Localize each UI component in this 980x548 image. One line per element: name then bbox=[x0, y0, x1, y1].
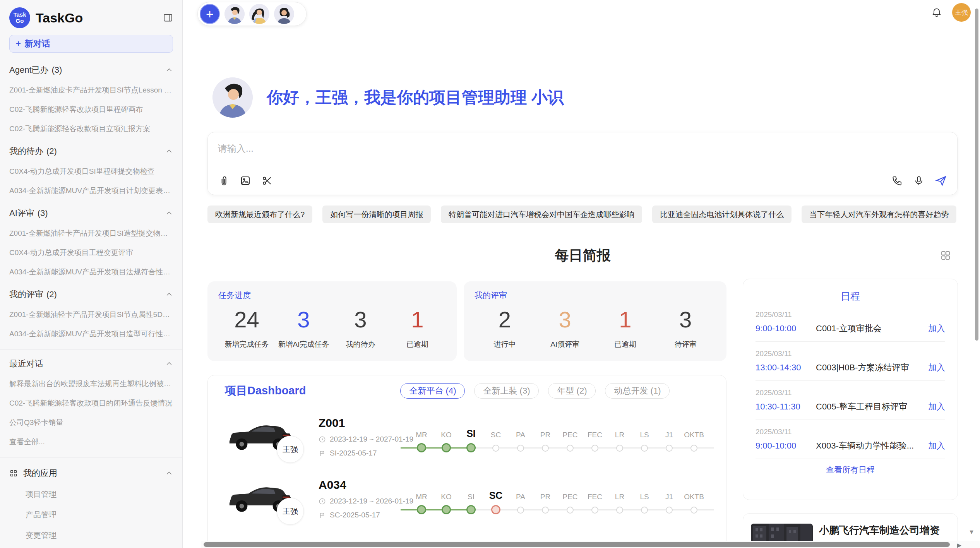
app-item-change[interactable]: 变更管理 bbox=[26, 530, 173, 541]
milestone-label: SC bbox=[489, 486, 503, 501]
attachment-icon[interactable] bbox=[218, 175, 230, 187]
milestone-dot bbox=[542, 445, 549, 452]
join-link[interactable]: 加入 bbox=[928, 362, 945, 373]
milestone[interactable]: PR bbox=[533, 486, 558, 514]
milestone-dot bbox=[567, 445, 574, 452]
send-icon[interactable] bbox=[935, 175, 947, 187]
voice-call-icon[interactable] bbox=[891, 175, 903, 187]
chevron-up-icon[interactable] bbox=[165, 360, 173, 368]
image-icon[interactable] bbox=[240, 175, 251, 187]
milestone[interactable]: MR bbox=[409, 424, 434, 452]
view-all-chats[interactable]: 查看全部... bbox=[9, 437, 173, 447]
chevron-up-icon[interactable] bbox=[165, 209, 173, 217]
avatar[interactable] bbox=[224, 4, 245, 24]
scroll-down-arrow[interactable]: ▼ bbox=[968, 529, 975, 536]
list-item[interactable]: C02-飞腾新能源轻客改款项目里程碑画布 bbox=[9, 104, 173, 115]
milestone[interactable]: FEC bbox=[583, 486, 607, 514]
milestone[interactable]: PEC bbox=[558, 424, 583, 452]
section-my-todo[interactable]: 我的待办(2) bbox=[9, 146, 173, 157]
list-item[interactable]: Z001-全新燃油皮卡产品开发项目SI节点Lesson Learn报告 bbox=[9, 85, 173, 95]
milestone[interactable]: PR bbox=[533, 424, 558, 452]
milestone[interactable]: SC bbox=[483, 486, 508, 514]
list-item[interactable]: A034-全新新能源MUV产品开发项目造型可行性评审 bbox=[9, 329, 173, 339]
milestone[interactable]: J1 bbox=[657, 424, 682, 452]
user-avatar[interactable]: 王强 bbox=[952, 3, 971, 22]
list-item[interactable]: Z001-全新燃油轻卡产品开发项目SI节点属性5D文件评审 bbox=[9, 310, 173, 320]
list-item[interactable]: Z001-全新燃油轻卡产品开发项目SI造型提交物评审 bbox=[9, 228, 173, 238]
avatar[interactable] bbox=[274, 4, 294, 24]
join-link[interactable]: 加入 bbox=[928, 323, 945, 334]
add-agent-button[interactable]: + bbox=[200, 4, 220, 24]
filter-pill[interactable]: 动总开发 (1) bbox=[605, 383, 670, 399]
milestone[interactable]: J1 bbox=[657, 486, 682, 514]
microphone-icon[interactable] bbox=[913, 175, 925, 187]
milestone[interactable]: MR bbox=[409, 486, 434, 514]
sidebar: Task Go TaskGo + 新对话 Agent已办(3) Z001-全新燃… bbox=[0, 0, 183, 548]
section-recent-chats[interactable]: 最近对话 bbox=[9, 358, 173, 370]
milestone[interactable]: PA bbox=[508, 486, 533, 514]
section-my-apps[interactable]: 我的应用 bbox=[9, 468, 173, 479]
suggestion-chip[interactable]: 欧洲新规最近颁布了什么? bbox=[207, 206, 312, 223]
join-link[interactable]: 加入 bbox=[928, 401, 945, 413]
milestone[interactable]: FEC bbox=[583, 424, 607, 452]
app-title: TaskGo bbox=[36, 10, 158, 26]
vertical-scrollbar[interactable] bbox=[975, 9, 978, 341]
list-item[interactable]: C02-飞腾新能源轻客改款项目立项汇报方案 bbox=[9, 124, 173, 134]
milestone[interactable]: LR bbox=[607, 486, 632, 514]
filter-pill[interactable]: 年型 (2) bbox=[548, 383, 596, 399]
suggestion-chip[interactable]: 特朗普可能对进口汽车增税会对中国车企造成哪些影响 bbox=[441, 206, 642, 223]
milestone[interactable]: KO bbox=[434, 486, 459, 514]
milestone[interactable]: OKTB bbox=[682, 486, 706, 514]
list-item[interactable]: A034-全新新能源MUV产品开发项目法规符合性评审 bbox=[9, 267, 173, 277]
list-item[interactable]: 公司Q3轻卡销量 bbox=[9, 418, 173, 428]
suggestion-chip[interactable]: 当下年轻人对汽车外观有怎样的喜好趋势 bbox=[802, 206, 956, 223]
chevron-up-icon[interactable] bbox=[165, 147, 173, 155]
list-item[interactable]: C02-飞腾新能源轻客改款项目的闭环通告反馈情况 bbox=[9, 398, 173, 408]
avatar[interactable] bbox=[249, 4, 269, 24]
milestone[interactable]: SC bbox=[483, 424, 508, 452]
filter-pill[interactable]: 全新平台 (4) bbox=[400, 383, 465, 399]
new-chat-button[interactable]: + 新对话 bbox=[9, 35, 173, 53]
suggestion-chip[interactable]: 比亚迪全固态电池计划具体说了什么 bbox=[652, 206, 792, 223]
app-item-project[interactable]: 项目管理 bbox=[26, 489, 173, 500]
scissors-icon[interactable] bbox=[261, 175, 273, 187]
milestone[interactable]: LR bbox=[607, 424, 632, 452]
project-row[interactable]: 王强 Z001 2023-12-19 ~ 2027-01-19 SI-2025-… bbox=[225, 416, 709, 458]
list-item[interactable]: A034-全新新能源MUV产品开发项目计划变更表编写 bbox=[9, 186, 173, 196]
milestone[interactable]: KO bbox=[434, 424, 459, 452]
layout-grid-icon[interactable] bbox=[940, 250, 951, 261]
view-all-schedule-link[interactable]: 查看所有日程 bbox=[756, 464, 945, 475]
milestone-label: FEC bbox=[588, 424, 602, 439]
message-input[interactable]: 请输入... bbox=[208, 132, 957, 175]
app-item-product[interactable]: 产品管理 bbox=[26, 510, 173, 520]
project-flag: SC-2025-05-17 bbox=[330, 511, 380, 519]
suggestion-chip[interactable]: 如何写一份清晰的项目周报 bbox=[322, 206, 431, 223]
list-item[interactable]: C0X4-动力总成开发项目工程变更评审 bbox=[9, 248, 173, 258]
milestone[interactable]: LS bbox=[632, 486, 657, 514]
list-item[interactable]: 解释最新出台的欧盟报废车法规再生塑料比例被调至15%... bbox=[9, 379, 173, 389]
scroll-right-arrow[interactable]: ▶ bbox=[957, 542, 961, 548]
milestone[interactable]: PEC bbox=[558, 486, 583, 514]
join-link[interactable]: 加入 bbox=[928, 440, 945, 452]
milestone[interactable]: PA bbox=[508, 424, 533, 452]
milestone[interactable]: SI bbox=[459, 486, 483, 514]
section-ai-review[interactable]: AI评审(3) bbox=[9, 207, 173, 219]
filter-pill[interactable]: 全新上装 (3) bbox=[474, 383, 539, 399]
milestone[interactable]: LS bbox=[632, 424, 657, 452]
milestone[interactable]: SI bbox=[459, 424, 483, 452]
notification-bell-icon[interactable] bbox=[931, 7, 942, 18]
milestone-dot bbox=[491, 505, 500, 514]
milestone[interactable]: OKTB bbox=[682, 424, 706, 452]
chevron-up-icon[interactable] bbox=[165, 66, 173, 74]
chevron-up-icon[interactable] bbox=[165, 291, 173, 298]
project-row[interactable]: 王强 A034 2023-12-19 ~ 2026-01-19 SC-2025-… bbox=[225, 478, 709, 520]
list-item[interactable]: C0X4-动力总成开发项目SI里程碑提交物检查 bbox=[9, 166, 173, 176]
my-review-card: 我的评审 2进行中 3AI预评审 1已逾期 3待评审 bbox=[464, 281, 726, 361]
section-agent-done[interactable]: Agent已办(3) bbox=[9, 64, 173, 76]
milestone-dot bbox=[542, 507, 549, 514]
chevron-up-icon[interactable] bbox=[165, 469, 173, 477]
horizontal-scrollbar-thumb[interactable] bbox=[204, 542, 950, 547]
horizontal-scrollbar[interactable]: ▶ bbox=[201, 541, 980, 548]
collapse-sidebar-icon[interactable] bbox=[163, 13, 173, 23]
section-my-review[interactable]: 我的评审(2) bbox=[9, 289, 173, 300]
